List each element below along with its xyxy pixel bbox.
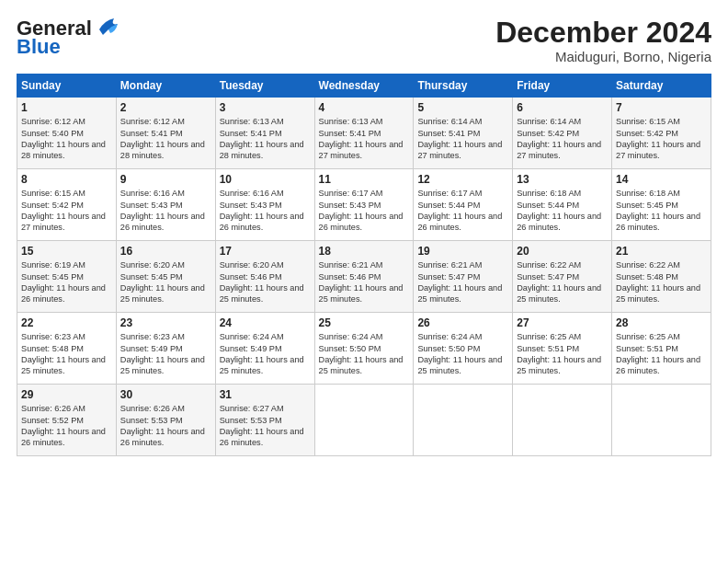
day-info: Sunrise: 6:17 AM Sunset: 5:43 PM Dayligh… <box>319 188 410 234</box>
daylight-label: Daylight: 11 hours and 26 minutes. <box>616 355 700 375</box>
sunset-label: Sunset: 5:46 PM <box>319 272 381 282</box>
day-info: Sunrise: 6:16 AM Sunset: 5:43 PM Dayligh… <box>120 188 211 234</box>
sunrise-label: Sunrise: 6:12 AM <box>120 117 185 126</box>
sunrise-label: Sunrise: 6:24 AM <box>220 332 284 341</box>
daylight-label: Daylight: 11 hours and 26 minutes. <box>120 212 205 232</box>
sunset-label: Sunset: 5:43 PM <box>220 201 282 210</box>
sunrise-label: Sunrise: 6:19 AM <box>21 260 85 270</box>
day-info: Sunrise: 6:20 AM Sunset: 5:46 PM Dayligh… <box>220 259 311 305</box>
sunset-label: Sunset: 5:47 PM <box>417 272 480 282</box>
sunset-label: Sunset: 5:41 PM <box>417 129 480 138</box>
daylight-label: Daylight: 11 hours and 28 minutes. <box>120 140 205 160</box>
day-info: Sunrise: 6:25 AM Sunset: 5:51 PM Dayligh… <box>616 331 707 377</box>
daylight-label: Daylight: 11 hours and 25 minutes. <box>417 355 502 375</box>
day-number: 18 <box>319 245 410 258</box>
calendar-table: SundayMondayTuesdayWednesdayThursdayFrid… <box>17 74 711 456</box>
daylight-label: Daylight: 11 hours and 27 minutes. <box>417 140 502 160</box>
sunrise-label: Sunrise: 6:26 AM <box>120 404 185 413</box>
sunrise-label: Sunrise: 6:12 AM <box>21 117 85 126</box>
sunrise-label: Sunrise: 6:24 AM <box>319 332 383 341</box>
sunrise-label: Sunrise: 6:21 AM <box>319 260 383 270</box>
day-number: 8 <box>21 173 112 186</box>
calendar-title: December 2024 <box>495 17 711 49</box>
sunset-label: Sunset: 5:49 PM <box>120 344 183 353</box>
sunrise-label: Sunrise: 6:22 AM <box>616 260 680 270</box>
day-info: Sunrise: 6:15 AM Sunset: 5:42 PM Dayligh… <box>616 116 707 162</box>
sunset-label: Sunset: 5:42 PM <box>21 201 84 210</box>
daylight-label: Daylight: 11 hours and 25 minutes. <box>319 355 404 375</box>
calendar-cell: 21 Sunrise: 6:22 AM Sunset: 5:48 PM Dayl… <box>612 241 711 313</box>
calendar-cell: 7 Sunrise: 6:15 AM Sunset: 5:42 PM Dayli… <box>612 98 711 169</box>
day-info: Sunrise: 6:13 AM Sunset: 5:41 PM Dayligh… <box>319 116 410 162</box>
sunrise-label: Sunrise: 6:14 AM <box>517 117 581 126</box>
day-number: 27 <box>517 316 608 329</box>
day-number: 19 <box>417 245 508 258</box>
sunrise-label: Sunrise: 6:15 AM <box>21 189 85 198</box>
sunrise-label: Sunrise: 6:18 AM <box>616 189 680 198</box>
sunset-label: Sunset: 5:46 PM <box>220 272 282 282</box>
calendar-cell: 30 Sunrise: 6:26 AM Sunset: 5:53 PM Dayl… <box>116 385 215 456</box>
daylight-label: Daylight: 11 hours and 25 minutes. <box>120 283 205 304</box>
weekday-header-thursday: Thursday <box>414 75 513 98</box>
day-number: 7 <box>616 101 707 114</box>
calendar-cell: 14 Sunrise: 6:18 AM Sunset: 5:45 PM Dayl… <box>612 169 711 241</box>
header: General Blue December 2024 Maiduguri, Bo… <box>17 17 711 64</box>
day-number: 3 <box>220 101 311 114</box>
page: General Blue December 2024 Maiduguri, Bo… <box>0 0 728 563</box>
day-number: 4 <box>319 101 410 114</box>
weekday-header-row: SundayMondayTuesdayWednesdayThursdayFrid… <box>17 75 711 98</box>
sunset-label: Sunset: 5:52 PM <box>21 416 84 425</box>
weekday-header-monday: Monday <box>116 75 215 98</box>
sunset-label: Sunset: 5:49 PM <box>220 344 282 353</box>
calendar-week-row: 22 Sunrise: 6:23 AM Sunset: 5:48 PM Dayl… <box>17 313 711 385</box>
daylight-label: Daylight: 11 hours and 28 minutes. <box>21 140 106 160</box>
calendar-cell: 6 Sunrise: 6:14 AM Sunset: 5:42 PM Dayli… <box>513 98 612 169</box>
day-number: 10 <box>220 173 311 186</box>
sunrise-label: Sunrise: 6:16 AM <box>220 189 284 198</box>
calendar-cell: 18 Sunrise: 6:21 AM Sunset: 5:46 PM Dayl… <box>314 241 414 313</box>
day-number: 15 <box>21 245 112 258</box>
daylight-label: Daylight: 11 hours and 26 minutes. <box>417 212 502 232</box>
sunset-label: Sunset: 5:44 PM <box>417 201 480 210</box>
calendar-cell: 23 Sunrise: 6:23 AM Sunset: 5:49 PM Dayl… <box>116 313 215 385</box>
sunrise-label: Sunrise: 6:26 AM <box>21 404 85 413</box>
day-info: Sunrise: 6:15 AM Sunset: 5:42 PM Dayligh… <box>21 188 112 234</box>
weekday-header-friday: Friday <box>513 75 612 98</box>
calendar-cell <box>513 385 612 456</box>
day-number: 11 <box>319 173 410 186</box>
weekday-header-tuesday: Tuesday <box>215 75 314 98</box>
sunrise-label: Sunrise: 6:18 AM <box>517 189 581 198</box>
weekday-header-wednesday: Wednesday <box>314 75 414 98</box>
day-info: Sunrise: 6:13 AM Sunset: 5:41 PM Dayligh… <box>220 116 311 162</box>
day-number: 24 <box>220 316 311 329</box>
title-block: December 2024 Maiduguri, Borno, Nigeria <box>495 17 711 64</box>
weekday-header-saturday: Saturday <box>612 75 711 98</box>
calendar-week-row: 8 Sunrise: 6:15 AM Sunset: 5:42 PM Dayli… <box>17 169 711 241</box>
sunset-label: Sunset: 5:51 PM <box>616 344 678 353</box>
sunrise-label: Sunrise: 6:20 AM <box>120 260 185 270</box>
day-info: Sunrise: 6:23 AM Sunset: 5:49 PM Dayligh… <box>120 331 211 377</box>
daylight-label: Daylight: 11 hours and 25 minutes. <box>220 283 304 304</box>
day-number: 23 <box>120 316 211 329</box>
daylight-label: Daylight: 11 hours and 25 minutes. <box>517 283 601 304</box>
day-number: 14 <box>616 173 707 186</box>
sunset-label: Sunset: 5:48 PM <box>616 272 678 282</box>
day-info: Sunrise: 6:12 AM Sunset: 5:41 PM Dayligh… <box>120 116 211 162</box>
calendar-cell: 28 Sunrise: 6:25 AM Sunset: 5:51 PM Dayl… <box>612 313 711 385</box>
calendar-cell: 1 Sunrise: 6:12 AM Sunset: 5:40 PM Dayli… <box>17 98 117 169</box>
daylight-label: Daylight: 11 hours and 26 minutes. <box>517 212 601 232</box>
day-info: Sunrise: 6:22 AM Sunset: 5:48 PM Dayligh… <box>616 259 707 305</box>
calendar-cell: 29 Sunrise: 6:26 AM Sunset: 5:52 PM Dayl… <box>17 385 117 456</box>
calendar-cell: 15 Sunrise: 6:19 AM Sunset: 5:45 PM Dayl… <box>17 241 117 313</box>
calendar-week-row: 29 Sunrise: 6:26 AM Sunset: 5:52 PM Dayl… <box>17 385 711 456</box>
sunset-label: Sunset: 5:47 PM <box>517 272 579 282</box>
sunset-label: Sunset: 5:41 PM <box>120 129 183 138</box>
calendar-cell: 12 Sunrise: 6:17 AM Sunset: 5:44 PM Dayl… <box>414 169 513 241</box>
calendar-cell: 31 Sunrise: 6:27 AM Sunset: 5:53 PM Dayl… <box>215 385 314 456</box>
sunset-label: Sunset: 5:43 PM <box>120 201 183 210</box>
calendar-week-row: 15 Sunrise: 6:19 AM Sunset: 5:45 PM Dayl… <box>17 241 711 313</box>
daylight-label: Daylight: 11 hours and 26 minutes. <box>21 427 106 447</box>
calendar-cell: 22 Sunrise: 6:23 AM Sunset: 5:48 PM Dayl… <box>17 313 117 385</box>
day-number: 29 <box>21 388 112 401</box>
daylight-label: Daylight: 11 hours and 26 minutes. <box>21 283 106 304</box>
